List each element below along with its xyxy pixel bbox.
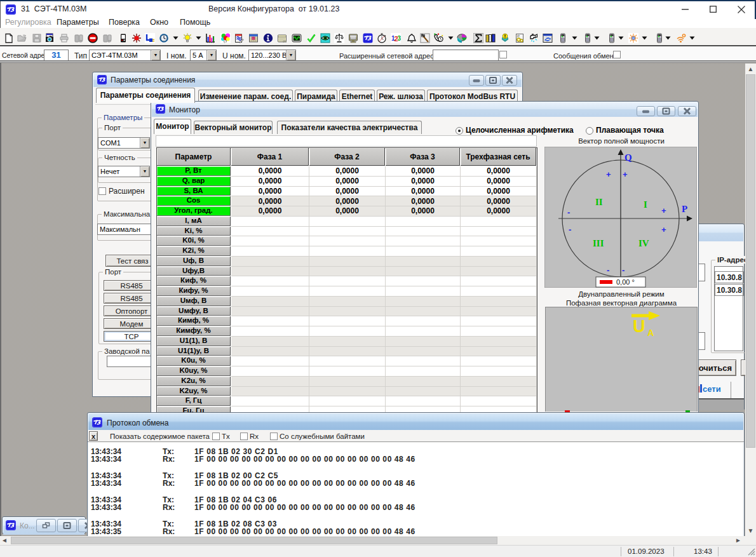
svg-text:-: - <box>567 208 570 217</box>
svg-text:III: III <box>593 238 604 248</box>
svg-text:IV: IV <box>638 238 649 248</box>
svg-text:II: II <box>595 197 603 207</box>
svg-text:I: I <box>644 199 647 210</box>
svg-text:0,00 °: 0,00 ° <box>616 278 635 286</box>
svg-text:+: + <box>661 206 666 215</box>
svg-text:Q: Q <box>624 152 632 163</box>
svg-text:P: P <box>682 204 687 214</box>
svg-text:-: - <box>569 225 571 234</box>
svg-text:+: + <box>623 170 628 179</box>
svg-text:-: - <box>622 265 624 275</box>
svg-text:U: U <box>633 317 645 336</box>
svg-text:+: + <box>606 170 611 179</box>
svg-text:+: + <box>661 225 666 234</box>
svg-text:A: A <box>647 328 654 338</box>
svg-text:-: - <box>607 265 609 275</box>
svg-text:Р: Р <box>517 34 520 38</box>
svg-text:3: 3 <box>398 35 402 42</box>
